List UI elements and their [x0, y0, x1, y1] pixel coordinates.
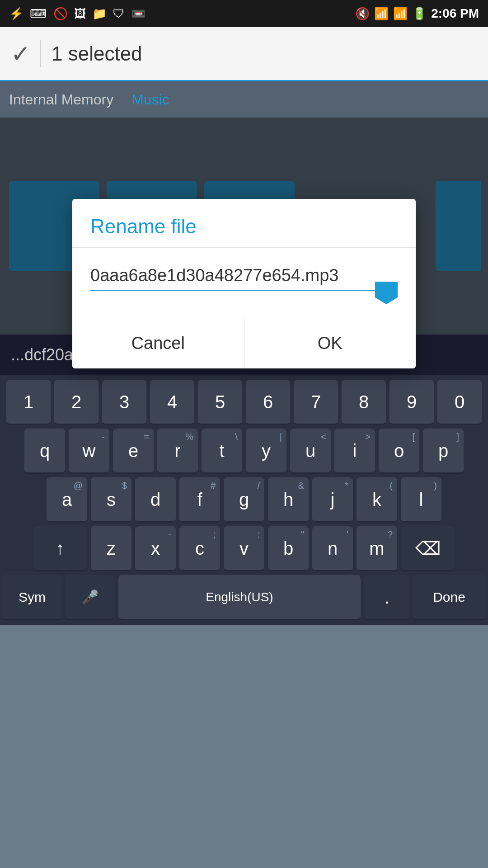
- battery-icon: 🔋: [412, 7, 427, 21]
- signal-icon: 📶: [393, 7, 408, 21]
- status-bar: ⚡ ⌨ 🚫 🖼 📁 🛡 📼 🔇 📶 📶 🔋 2:06 PM: [0, 0, 488, 27]
- key-4[interactable]: 4: [150, 380, 194, 425]
- key-b[interactable]: "b: [268, 526, 309, 571]
- files-icon: 📁: [92, 7, 107, 21]
- key-f[interactable]: #f: [179, 477, 220, 523]
- key-p[interactable]: ]p: [423, 429, 464, 474]
- dialog-title: Rename file: [72, 199, 416, 248]
- key-y[interactable]: |y: [246, 429, 286, 474]
- key-m[interactable]: ?m: [357, 526, 397, 571]
- key-j[interactable]: *j: [312, 477, 353, 523]
- key-5[interactable]: 5: [198, 380, 242, 425]
- ok-button[interactable]: OK: [244, 318, 416, 368]
- cursor-handle: [375, 282, 398, 304]
- key-k[interactable]: (k: [357, 477, 397, 523]
- key-backspace[interactable]: ⌫: [401, 526, 455, 571]
- key-w[interactable]: -w: [69, 429, 109, 474]
- key-8[interactable]: 8: [342, 380, 386, 425]
- tab-bar: Internal Memory Music: [0, 81, 488, 118]
- key-shift[interactable]: ↑: [33, 526, 87, 571]
- key-s[interactable]: $s: [91, 477, 131, 523]
- key-0[interactable]: 0: [437, 380, 482, 425]
- checkmark-icon[interactable]: ✓: [11, 40, 31, 67]
- rename-dialog: Rename file Cancel OK: [72, 199, 416, 368]
- wifi-icon: 📶: [374, 7, 389, 21]
- mute-icon: 🔇: [355, 7, 370, 21]
- key-q[interactable]: q: [24, 429, 65, 474]
- divider: [40, 40, 41, 67]
- keyboard-row-zxcv: ↑ z -x ;c :v "b 'n ?m ⌫: [3, 526, 485, 571]
- key-9[interactable]: 9: [389, 380, 434, 425]
- voicemail-icon: 📼: [131, 7, 145, 21]
- key-z[interactable]: z: [91, 526, 131, 571]
- key-sym[interactable]: Sym: [3, 575, 61, 620]
- keyboard: 1 2 3 4 5 6 7 8 9 0 q -w =e %r \t |y <u …: [0, 375, 488, 625]
- selection-count: 1 selected: [52, 42, 142, 65]
- key-2[interactable]: 2: [54, 380, 99, 425]
- key-u[interactable]: <u: [290, 429, 331, 474]
- tab-internal-memory[interactable]: Internal Memory: [9, 91, 113, 108]
- modal-overlay: Rename file Cancel OK: [0, 118, 488, 335]
- key-h[interactable]: &h: [268, 477, 309, 523]
- key-e[interactable]: =e: [113, 429, 154, 474]
- key-mic[interactable]: 🎤: [65, 575, 115, 620]
- usb-icon: ⚡: [9, 7, 23, 21]
- key-i[interactable]: >i: [334, 429, 375, 474]
- key-period[interactable]: .: [364, 575, 409, 620]
- status-icons-left: ⚡ ⌨ 🚫 🖼 📁 🛡 📼: [9, 7, 145, 21]
- key-g[interactable]: /g: [224, 477, 264, 523]
- input-container: [90, 261, 398, 291]
- keyboard-row-bottom: Sym 🎤 English(US) . Done: [3, 575, 485, 620]
- adblock-icon: 🚫: [53, 7, 68, 21]
- filename-input[interactable]: [90, 261, 398, 291]
- key-a[interactable]: @a: [47, 477, 87, 523]
- key-7[interactable]: 7: [294, 380, 338, 425]
- key-x[interactable]: -x: [135, 526, 176, 571]
- keyboard-row-asdf: @a $s d #f /g &h *j (k )l: [3, 477, 485, 523]
- tab-music[interactable]: Music: [131, 91, 169, 108]
- cancel-button[interactable]: Cancel: [72, 318, 244, 368]
- key-o[interactable]: [o: [379, 429, 419, 474]
- key-space[interactable]: English(US): [118, 575, 361, 620]
- shield-icon: 🛡: [113, 7, 125, 21]
- key-3[interactable]: 3: [102, 380, 146, 425]
- keyboard-row-qwerty: q -w =e %r \t |y <u >i [o ]p: [3, 429, 485, 474]
- image-icon: 🖼: [74, 7, 86, 21]
- keyboard-row-numbers: 1 2 3 4 5 6 7 8 9 0: [3, 380, 485, 425]
- dialog-body: [72, 248, 416, 295]
- key-v[interactable]: :v: [224, 526, 264, 571]
- key-1[interactable]: 1: [6, 380, 51, 425]
- dialog-actions: Cancel OK: [72, 318, 416, 368]
- content-area: Rename file Cancel OK: [0, 118, 488, 335]
- clock: 2:06 PM: [431, 6, 479, 21]
- key-c[interactable]: ;c: [179, 526, 220, 571]
- key-done[interactable]: Done: [413, 575, 485, 620]
- keyboard-icon: ⌨: [30, 7, 47, 21]
- key-6[interactable]: 6: [246, 380, 290, 425]
- key-n[interactable]: 'n: [312, 526, 353, 571]
- key-r[interactable]: %r: [157, 429, 198, 474]
- action-bar: ✓ 1 selected: [0, 27, 488, 81]
- key-d[interactable]: d: [135, 477, 176, 523]
- key-l[interactable]: )l: [401, 477, 441, 523]
- key-t[interactable]: \t: [202, 429, 242, 474]
- status-icons-right: 🔇 📶 📶 🔋 2:06 PM: [355, 6, 479, 21]
